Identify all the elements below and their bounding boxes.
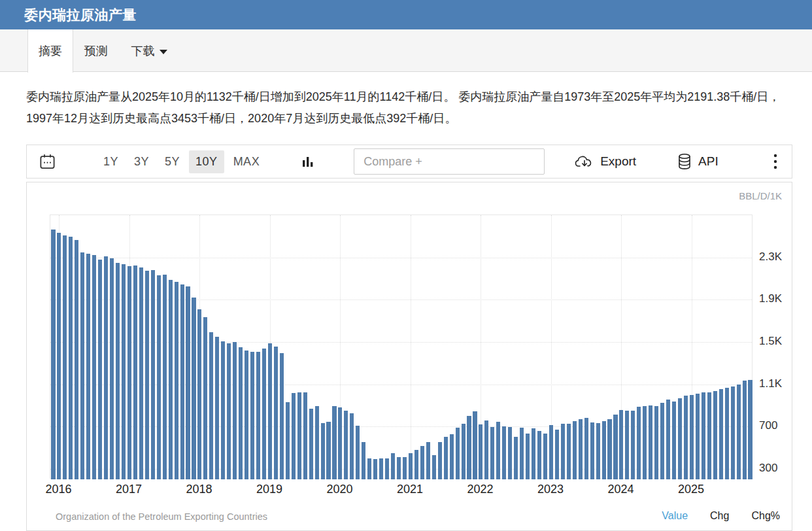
bar[interactable]: [514, 437, 518, 479]
range-10y[interactable]: 10Y: [189, 150, 224, 173]
bar[interactable]: [537, 431, 541, 479]
bar[interactable]: [303, 392, 307, 479]
bar[interactable]: [643, 406, 647, 479]
bar[interactable]: [332, 406, 336, 479]
bar[interactable]: [239, 347, 243, 479]
bar[interactable]: [362, 442, 365, 479]
bar[interactable]: [268, 343, 272, 479]
bar[interactable]: [192, 298, 195, 479]
bar[interactable]: [63, 235, 67, 479]
bar[interactable]: [596, 423, 600, 479]
bar[interactable]: [292, 393, 296, 479]
value-link[interactable]: Value: [662, 510, 688, 522]
bar[interactable]: [51, 230, 55, 479]
bar[interactable]: [57, 233, 61, 479]
tab-download[interactable]: 下载: [119, 29, 179, 73]
bar[interactable]: [110, 258, 114, 479]
bar[interactable]: [660, 403, 664, 479]
bar[interactable]: [297, 392, 301, 479]
bar[interactable]: [532, 428, 535, 479]
bar[interactable]: [625, 411, 629, 479]
bar[interactable]: [367, 458, 371, 479]
bar[interactable]: [409, 453, 413, 479]
range-5y[interactable]: 5Y: [158, 150, 186, 173]
bar[interactable]: [326, 422, 330, 479]
bar[interactable]: [672, 402, 676, 479]
chart-type-button[interactable]: [300, 154, 316, 169]
bar[interactable]: [719, 389, 723, 479]
bar[interactable]: [555, 430, 559, 479]
bar[interactable]: [613, 415, 617, 479]
bar[interactable]: [549, 425, 553, 479]
bar[interactable]: [573, 421, 577, 479]
bar[interactable]: [731, 386, 735, 479]
bar[interactable]: [654, 406, 658, 479]
bar[interactable]: [678, 398, 682, 479]
bar[interactable]: [309, 409, 313, 479]
bar[interactable]: [133, 266, 137, 479]
bar[interactable]: [602, 421, 606, 479]
bar[interactable]: [280, 353, 284, 479]
bar[interactable]: [702, 392, 705, 479]
bar[interactable]: [233, 342, 237, 479]
bar[interactable]: [561, 424, 565, 479]
range-1y[interactable]: 1Y: [97, 150, 125, 173]
bar[interactable]: [397, 457, 401, 479]
bar[interactable]: [666, 400, 670, 479]
bar[interactable]: [215, 337, 219, 479]
bar[interactable]: [725, 388, 729, 479]
bar[interactable]: [619, 410, 623, 479]
bar[interactable]: [116, 263, 120, 479]
bar[interactable]: [321, 423, 325, 479]
bar[interactable]: [80, 252, 84, 479]
bar[interactable]: [203, 317, 207, 479]
bar[interactable]: [163, 275, 167, 479]
bar[interactable]: [450, 434, 454, 479]
bar[interactable]: [526, 434, 530, 479]
bar[interactable]: [438, 442, 442, 479]
bar[interactable]: [748, 380, 752, 479]
compare-input[interactable]: [354, 148, 545, 175]
bar[interactable]: [737, 385, 741, 479]
bar[interactable]: [221, 341, 225, 479]
bar[interactable]: [420, 446, 424, 479]
bar[interactable]: [169, 280, 173, 479]
bar[interactable]: [467, 416, 471, 479]
bar[interactable]: [456, 428, 460, 479]
bar[interactable]: [607, 419, 611, 479]
bar[interactable]: [444, 437, 448, 479]
tab-summary[interactable]: 摘要: [27, 29, 73, 73]
bar[interactable]: [543, 434, 547, 479]
range-3y[interactable]: 3Y: [127, 150, 156, 173]
bar[interactable]: [356, 426, 360, 479]
bar[interactable]: [262, 349, 266, 479]
plot-area[interactable]: [50, 214, 753, 479]
bar[interactable]: [690, 395, 694, 479]
chg-link[interactable]: Chg: [710, 510, 729, 522]
bar[interactable]: [684, 396, 688, 479]
calendar-button[interactable]: [39, 153, 56, 171]
bar[interactable]: [98, 260, 102, 479]
bar[interactable]: [496, 422, 500, 479]
bar[interactable]: [713, 391, 717, 479]
api-button[interactable]: API: [677, 153, 719, 170]
bar[interactable]: [508, 427, 512, 479]
bar[interactable]: [414, 450, 418, 479]
bar[interactable]: [579, 419, 583, 479]
bar[interactable]: [649, 405, 652, 479]
bar[interactable]: [69, 237, 73, 479]
bar[interactable]: [197, 309, 201, 479]
bar[interactable]: [373, 459, 377, 479]
bar[interactable]: [385, 458, 389, 479]
bar[interactable]: [696, 394, 700, 479]
bar[interactable]: [379, 458, 383, 479]
bar[interactable]: [315, 406, 319, 479]
bar[interactable]: [631, 411, 635, 479]
bar[interactable]: [462, 424, 465, 479]
bar[interactable]: [250, 352, 254, 479]
bar[interactable]: [520, 428, 524, 479]
bar[interactable]: [157, 275, 161, 479]
bar[interactable]: [127, 266, 131, 479]
bar[interactable]: [473, 411, 477, 479]
bar[interactable]: [122, 264, 126, 479]
